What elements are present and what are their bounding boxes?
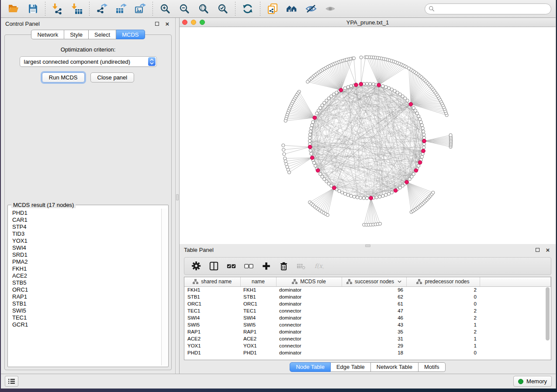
control-panel-float-button[interactable] bbox=[153, 21, 160, 28]
mcds-result-item[interactable]: PHD1 bbox=[9, 210, 161, 217]
table-row[interactable]: FKH1FKH1dominator962 bbox=[184, 286, 551, 293]
clone-network-button[interactable] bbox=[264, 1, 281, 16]
tab-node-table[interactable]: Node Table bbox=[290, 362, 331, 372]
hide-selected-button[interactable] bbox=[303, 1, 319, 16]
zoom-fit-button[interactable] bbox=[195, 1, 212, 16]
table-cell: dominator bbox=[276, 349, 342, 356]
mcds-result-item[interactable]: SWI4 bbox=[9, 244, 161, 251]
horizontal-divider-grip-icon[interactable] bbox=[365, 244, 370, 247]
control-panel-close-button[interactable]: × bbox=[164, 21, 171, 28]
column-header-predecessor-nodes[interactable]: predecessor nodes bbox=[406, 277, 480, 286]
mcds-result-item[interactable]: PMA2 bbox=[9, 258, 161, 265]
tab-select[interactable]: Select bbox=[89, 30, 116, 39]
mcds-result-item[interactable]: SWI5 bbox=[9, 307, 161, 314]
criterion-selected-value: largest connected component (undirected) bbox=[20, 58, 147, 65]
column-header-shared-name[interactable]: shared name bbox=[184, 277, 240, 286]
mcds-result-item[interactable]: ACE2 bbox=[9, 272, 161, 279]
table-panel-float-button[interactable] bbox=[534, 247, 541, 254]
close-icon: × bbox=[546, 248, 550, 252]
table-row[interactable]: SWI4SWI4dominator462 bbox=[184, 314, 551, 321]
column-header-mcds-role[interactable]: MCDS role bbox=[276, 277, 342, 286]
mcds-result-list[interactable]: PHD1CAR1STP4TID3YOX1SWI4SRD1PMA2FKH1ACE2… bbox=[9, 209, 161, 365]
table-scrollbar[interactable] bbox=[545, 287, 550, 358]
tab-network[interactable]: Network bbox=[31, 30, 64, 39]
network-view-titlebar[interactable]: YPA_prune.txt_1 bbox=[180, 18, 556, 27]
memory-status-icon bbox=[518, 379, 523, 384]
mcds-result-item[interactable]: SRD1 bbox=[9, 251, 161, 258]
table-panel-close-button[interactable]: × bbox=[544, 247, 551, 254]
table-cell: TEC1 bbox=[240, 307, 276, 314]
search-input[interactable] bbox=[437, 6, 547, 12]
table-scrollbar-thumb[interactable] bbox=[546, 287, 550, 340]
open-file-button[interactable] bbox=[5, 1, 22, 16]
mcds-result-item[interactable]: STP4 bbox=[9, 224, 161, 230]
select-all-columns-button[interactable] bbox=[225, 259, 239, 273]
table-cell: 96 bbox=[342, 286, 406, 293]
table-panel: Table Panel × f(x) shared namenameMCDS r… bbox=[180, 244, 556, 374]
mcds-result-item[interactable]: TID3 bbox=[9, 230, 161, 237]
table-cell: ACE2 bbox=[184, 335, 240, 342]
memory-button[interactable]: Memory bbox=[513, 376, 552, 387]
table-row[interactable]: PHD1PHD1dominator180 bbox=[184, 349, 551, 356]
mcds-result-item[interactable]: STB5 bbox=[9, 279, 161, 286]
table-cell-filler bbox=[480, 300, 551, 307]
mcds-result-item[interactable]: TEC1 bbox=[9, 314, 161, 321]
window-close-traffic-light[interactable] bbox=[182, 20, 187, 25]
search-field[interactable] bbox=[425, 3, 551, 14]
table-row[interactable]: SWI5SWI5connector431 bbox=[184, 321, 551, 328]
deselect-all-columns-button[interactable] bbox=[242, 259, 256, 273]
zoom-in-button[interactable] bbox=[157, 1, 173, 16]
uncheck-all-icon bbox=[244, 261, 254, 271]
table-cell: dominator bbox=[276, 328, 342, 335]
mcds-result-item[interactable]: ORC1 bbox=[9, 286, 161, 293]
table-row[interactable]: STB1STB1dominator620 bbox=[184, 293, 551, 300]
mcds-result-item[interactable]: RAP1 bbox=[9, 293, 161, 300]
table-settings-button[interactable] bbox=[190, 259, 204, 273]
criterion-select[interactable]: largest connected component (undirected) bbox=[20, 56, 157, 67]
column-header-label: predecessor nodes bbox=[425, 279, 469, 285]
delete-column-button[interactable] bbox=[277, 259, 291, 273]
run-mcds-button[interactable]: Run MCDS bbox=[42, 72, 85, 83]
zoom-selected-button[interactable] bbox=[214, 1, 231, 16]
export-network-button[interactable] bbox=[93, 1, 110, 16]
export-image-button[interactable] bbox=[132, 1, 149, 16]
mcds-result-item[interactable]: CAR1 bbox=[9, 217, 161, 224]
zoom-out-button[interactable] bbox=[176, 1, 193, 16]
table-cell: FKH1 bbox=[184, 286, 240, 293]
table-cell: SWI4 bbox=[240, 314, 276, 321]
table-cell: connector bbox=[276, 335, 342, 342]
column-header-name[interactable]: name bbox=[240, 277, 276, 286]
tab-style[interactable]: Style bbox=[64, 30, 89, 39]
tab-edge-table[interactable]: Edge Table bbox=[331, 362, 371, 372]
import-table-button[interactable] bbox=[69, 1, 85, 16]
close-panel-button[interactable]: Close panel bbox=[90, 72, 135, 83]
task-history-button[interactable] bbox=[5, 376, 18, 387]
table-row[interactable]: YOX1YOX1connector291 bbox=[184, 342, 551, 349]
window-minimize-traffic-light[interactable] bbox=[191, 20, 196, 25]
tab-network-table[interactable]: Network Table bbox=[371, 362, 419, 372]
create-column-button[interactable] bbox=[259, 259, 273, 273]
mcds-result-scrollbar[interactable] bbox=[161, 209, 167, 365]
table-row[interactable]: TEC1TEC1connector472 bbox=[184, 307, 551, 314]
network-home-button[interactable] bbox=[284, 1, 300, 16]
mcds-result-item[interactable]: STB1 bbox=[9, 300, 161, 307]
table-row[interactable]: RAP1RAP1dominator352 bbox=[184, 328, 551, 335]
zoom-out-icon bbox=[179, 3, 190, 14]
export-table-button[interactable] bbox=[113, 1, 129, 16]
tab-mcds[interactable]: MCDS bbox=[116, 30, 145, 39]
column-layout-button[interactable] bbox=[207, 259, 221, 273]
tab-motifs[interactable]: Motifs bbox=[419, 362, 446, 372]
vertical-split-divider[interactable] bbox=[176, 18, 179, 374]
import-network-button[interactable] bbox=[49, 1, 66, 16]
mcds-result-item[interactable]: YOX1 bbox=[9, 237, 161, 244]
column-header-successor-nodes[interactable]: successor nodes bbox=[342, 277, 406, 286]
table-row[interactable]: ACE2ACE2connector311 bbox=[184, 335, 551, 342]
mcds-result-item[interactable]: GCR1 bbox=[9, 321, 161, 328]
mcds-result-item[interactable]: FKH1 bbox=[9, 265, 161, 272]
save-session-button[interactable] bbox=[24, 1, 41, 16]
refresh-network-button[interactable] bbox=[239, 1, 256, 16]
network-canvas[interactable] bbox=[180, 27, 556, 244]
window-maximize-traffic-light[interactable] bbox=[200, 20, 205, 25]
table-row[interactable]: ORC1ORC1dominator610 bbox=[184, 300, 551, 307]
mcds-result-title: MCDS result (17 nodes) bbox=[11, 202, 76, 208]
